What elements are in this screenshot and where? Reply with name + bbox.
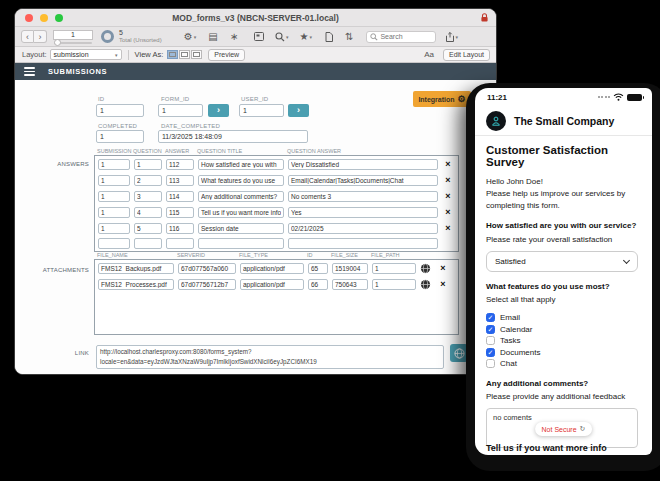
open-file-button[interactable] bbox=[420, 262, 433, 274]
answer-question-input[interactable] bbox=[134, 238, 162, 249]
satisfaction-select[interactable]: Satisfied bbox=[486, 251, 638, 272]
answer-title-input[interactable] bbox=[198, 191, 284, 202]
show-omit-button[interactable] bbox=[254, 32, 264, 41]
email-checkbox[interactable]: ✓ bbox=[486, 313, 495, 322]
file-type-input[interactable] bbox=[240, 279, 304, 290]
layout-select[interactable]: submission ▾ bbox=[50, 49, 122, 60]
answer-id-input[interactable] bbox=[166, 238, 194, 249]
answer-question-input[interactable] bbox=[134, 223, 162, 234]
integration-button[interactable]: Integration ⚙ bbox=[413, 91, 471, 107]
record-slider[interactable] bbox=[54, 42, 92, 44]
server-id-input[interactable] bbox=[178, 279, 236, 290]
not-secure-pill[interactable]: Not Secure ↻ bbox=[535, 422, 593, 436]
view-table-button[interactable] bbox=[191, 50, 202, 59]
answer-id-input[interactable] bbox=[166, 223, 194, 234]
column-header: FILE_NAME bbox=[97, 252, 173, 258]
column-header: FILE_TYPE bbox=[239, 252, 303, 258]
answer-title-input[interactable] bbox=[198, 238, 284, 249]
answer-submission-input[interactable] bbox=[98, 238, 130, 249]
file-size-input[interactable] bbox=[332, 279, 368, 290]
file-name-input[interactable] bbox=[98, 263, 174, 274]
answer-id-input[interactable] bbox=[166, 175, 194, 186]
answer-value-input[interactable] bbox=[288, 159, 438, 170]
next-record-button[interactable]: › bbox=[34, 30, 47, 43]
answer-submission-input[interactable] bbox=[98, 159, 130, 170]
formatting-bar-toggle[interactable]: Aa bbox=[424, 50, 434, 59]
answer-question-input[interactable] bbox=[134, 175, 162, 186]
file-path-input[interactable] bbox=[372, 263, 416, 274]
answer-question-input[interactable] bbox=[134, 207, 162, 218]
delete-answer-button[interactable]: × bbox=[442, 206, 454, 218]
share-button[interactable]: ▾ bbox=[446, 32, 458, 42]
save-as-pdf-button[interactable] bbox=[325, 32, 333, 42]
delete-answer-button[interactable]: × bbox=[442, 190, 454, 202]
server-id-input[interactable] bbox=[178, 263, 236, 274]
answer-question-input[interactable] bbox=[134, 159, 162, 170]
answer-title-input[interactable] bbox=[198, 207, 284, 218]
open-file-button[interactable] bbox=[420, 278, 433, 290]
answer-title-input[interactable] bbox=[198, 223, 284, 234]
phone-screen: 11:21 The Small Company Customer Satisfa… bbox=[475, 88, 652, 455]
status-time: 11:21 bbox=[487, 93, 507, 102]
favorites-button[interactable]: ★▾ bbox=[300, 31, 312, 42]
settings-gear-button[interactable]: ⚙▾ bbox=[184, 31, 196, 42]
previous-record-button[interactable]: ‹ bbox=[21, 30, 34, 43]
delete-record-button[interactable]: ∗ bbox=[230, 31, 238, 42]
view-list-button[interactable] bbox=[179, 50, 190, 59]
delete-answer-button[interactable]: × bbox=[442, 222, 454, 234]
file-id-input[interactable] bbox=[308, 263, 328, 274]
delete-answer-button[interactable]: × bbox=[442, 158, 454, 170]
documents-checkbox[interactable]: ✓ bbox=[486, 348, 495, 357]
find-button[interactable]: ▾ bbox=[275, 32, 289, 42]
file-id-input[interactable] bbox=[308, 279, 328, 290]
checkbox-row: ✓ Email bbox=[486, 312, 641, 324]
file-type-input[interactable] bbox=[240, 263, 304, 274]
file-path-input[interactable] bbox=[372, 279, 416, 290]
quick-search-input[interactable] bbox=[380, 33, 428, 40]
answer-submission-input[interactable] bbox=[98, 223, 130, 234]
view-form-button[interactable] bbox=[167, 50, 178, 59]
delete-attachment-button[interactable]: × bbox=[437, 278, 449, 290]
answer-id-input[interactable] bbox=[166, 159, 194, 170]
file-size-input[interactable] bbox=[332, 263, 368, 274]
total-unsorted-label: Total (Unsorted) bbox=[119, 37, 162, 44]
answer-title-input[interactable] bbox=[198, 159, 284, 170]
completed-input[interactable] bbox=[96, 130, 144, 143]
form-id-input[interactable] bbox=[158, 104, 203, 117]
record-slider-knob[interactable] bbox=[54, 39, 61, 46]
edit-layout-button[interactable]: Edit Layout bbox=[443, 49, 490, 61]
answer-id-input[interactable] bbox=[166, 191, 194, 202]
goto-form-button[interactable]: › bbox=[208, 104, 229, 117]
chat-checkbox[interactable]: ✓ bbox=[486, 359, 495, 368]
answer-id-input[interactable] bbox=[166, 207, 194, 218]
record-number-input[interactable] bbox=[53, 30, 93, 40]
id-input[interactable] bbox=[96, 104, 144, 117]
tasks-checkbox[interactable]: ✓ bbox=[486, 336, 495, 345]
checkbox-label: Documents bbox=[500, 348, 540, 357]
date-completed-input[interactable] bbox=[158, 130, 308, 143]
calendar-checkbox[interactable]: ✓ bbox=[486, 325, 495, 334]
answer-submission-input[interactable] bbox=[98, 175, 130, 186]
file-name-input[interactable] bbox=[98, 279, 174, 290]
hamburger-menu-icon[interactable] bbox=[24, 67, 35, 76]
goto-user-button[interactable]: › bbox=[288, 104, 309, 117]
checkbox-label: Email bbox=[500, 313, 520, 322]
answer-value-input[interactable] bbox=[288, 223, 438, 234]
answers-section-label: ANSWERS bbox=[27, 161, 89, 167]
answer-title-input[interactable] bbox=[198, 175, 284, 186]
delete-attachment-button[interactable]: × bbox=[437, 262, 449, 274]
delete-answer-button[interactable]: × bbox=[442, 174, 454, 186]
preview-button[interactable]: Preview bbox=[208, 49, 245, 61]
answer-value-input[interactable] bbox=[288, 238, 438, 249]
answer-value-input[interactable] bbox=[288, 207, 438, 218]
sort-button[interactable]: ⇅ bbox=[345, 31, 353, 42]
user-id-input[interactable] bbox=[239, 104, 284, 117]
new-record-button[interactable]: ▤ bbox=[208, 31, 217, 42]
form-id-label: FORM_ID bbox=[161, 96, 189, 102]
answer-submission-input[interactable] bbox=[98, 191, 130, 202]
link-field[interactable]: http://localhost.charlesproxy.com:8080/f… bbox=[96, 345, 444, 369]
answer-submission-input[interactable] bbox=[98, 207, 130, 218]
answer-question-input[interactable] bbox=[134, 191, 162, 202]
answer-value-input[interactable] bbox=[288, 175, 438, 186]
answer-value-input[interactable] bbox=[288, 191, 438, 202]
